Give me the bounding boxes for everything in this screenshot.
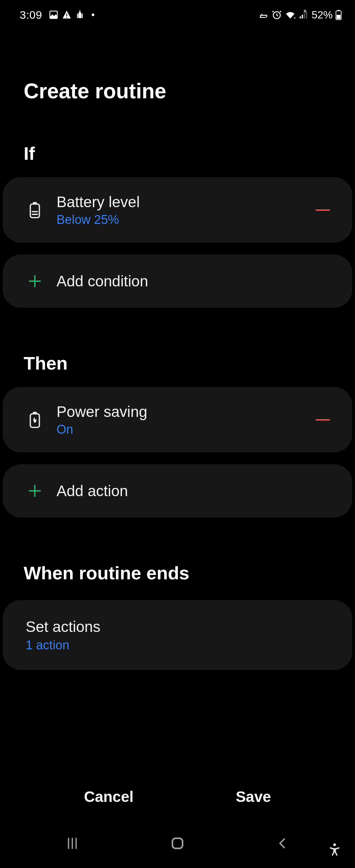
ends-section-header: When routine ends bbox=[3, 529, 352, 597]
status-time: 3:09 bbox=[20, 8, 42, 21]
accessibility-button[interactable] bbox=[327, 842, 342, 858]
battery-icon bbox=[335, 9, 342, 20]
back-button[interactable] bbox=[258, 837, 307, 850]
wifi-icon: + bbox=[285, 9, 296, 20]
save-button[interactable]: Save bbox=[223, 781, 284, 812]
mosque-icon bbox=[75, 10, 85, 20]
footer-buttons: Cancel Save bbox=[0, 781, 355, 812]
svg-rect-14 bbox=[336, 15, 341, 19]
svg-rect-7 bbox=[300, 17, 301, 19]
set-actions-button[interactable]: Set actions 1 action bbox=[3, 600, 352, 670]
battery-percentage: 52% bbox=[312, 9, 333, 21]
header: Create routine bbox=[0, 30, 355, 103]
svg-text:+: + bbox=[294, 16, 296, 20]
plus-icon bbox=[26, 273, 44, 289]
svg-rect-1 bbox=[66, 13, 67, 16]
status-bar: 3:09 bbox=[0, 0, 355, 30]
svg-rect-22 bbox=[33, 412, 37, 414]
condition-battery-level[interactable]: Battery level Below 25% bbox=[3, 177, 352, 243]
svg-rect-15 bbox=[30, 204, 39, 217]
minus-icon bbox=[316, 419, 330, 421]
add-condition-button[interactable]: Add condition bbox=[3, 254, 352, 308]
signal-icon: R bbox=[298, 10, 308, 20]
alarm-icon bbox=[271, 9, 282, 20]
power-saving-icon bbox=[26, 411, 44, 428]
svg-rect-8 bbox=[302, 15, 303, 19]
svg-text:R: R bbox=[304, 10, 306, 13]
svg-point-4 bbox=[92, 13, 94, 16]
remove-condition-button[interactable] bbox=[313, 210, 333, 211]
svg-point-29 bbox=[333, 843, 336, 846]
home-button[interactable] bbox=[153, 836, 202, 851]
if-section: If Battery level Below 25% bbox=[0, 103, 355, 319]
if-section-header: If bbox=[3, 103, 352, 177]
remove-action-button[interactable] bbox=[313, 419, 333, 421]
add-condition-label: Add condition bbox=[57, 272, 148, 290]
condition-title: Battery level bbox=[57, 193, 300, 211]
add-action-button[interactable]: Add action bbox=[3, 464, 352, 518]
action-power-saving[interactable]: Power saving On bbox=[3, 387, 352, 453]
svg-rect-9 bbox=[304, 13, 305, 19]
svg-rect-2 bbox=[66, 17, 67, 18]
condition-sub: Below 25% bbox=[57, 213, 300, 227]
minus-icon bbox=[316, 210, 330, 211]
ends-section: When routine ends Set actions 1 action bbox=[0, 529, 355, 682]
image-icon bbox=[49, 10, 59, 20]
navigation-bar bbox=[0, 822, 355, 868]
status-right: + R 52% bbox=[258, 9, 342, 21]
page-title: Create routine bbox=[24, 79, 331, 103]
add-action-label: Add action bbox=[57, 482, 128, 500]
dnd-icon bbox=[258, 9, 269, 20]
then-section: Then Power saving On bbox=[0, 319, 355, 529]
set-actions-title: Set actions bbox=[26, 618, 101, 636]
dot-icon bbox=[91, 13, 95, 17]
plus-icon bbox=[26, 483, 44, 499]
svg-rect-13 bbox=[337, 10, 340, 11]
action-title: Power saving bbox=[57, 403, 300, 421]
set-actions-sub: 1 action bbox=[26, 638, 69, 652]
svg-rect-16 bbox=[33, 202, 37, 204]
then-section-header: Then bbox=[3, 319, 352, 387]
action-sub: On bbox=[57, 423, 300, 437]
svg-rect-28 bbox=[172, 838, 183, 848]
status-left: 3:09 bbox=[20, 8, 95, 21]
cancel-button[interactable]: Cancel bbox=[71, 781, 147, 812]
svg-point-3 bbox=[79, 10, 80, 11]
warning-icon bbox=[62, 10, 72, 20]
battery-level-icon bbox=[26, 202, 44, 219]
recents-button[interactable] bbox=[48, 836, 97, 851]
